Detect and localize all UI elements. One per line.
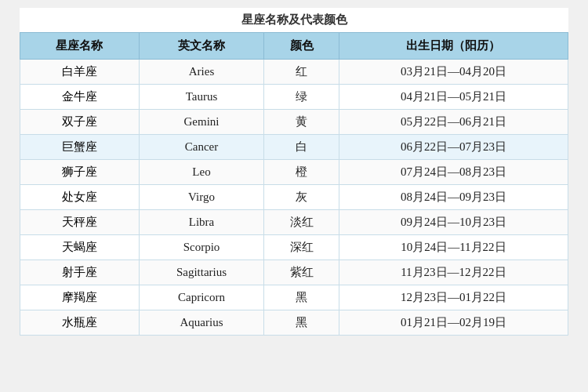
cell-8-1: Sagittarius [139, 260, 264, 285]
table-row: 金牛座Taurus绿04月21日—05月21日 [20, 85, 568, 110]
cell-6-2: 淡红 [264, 210, 339, 235]
cell-10-0: 水瓶座 [20, 310, 140, 336]
cell-2-0: 双子座 [20, 110, 140, 135]
cell-8-0: 射手座 [20, 260, 140, 285]
cell-4-1: Leo [139, 160, 264, 185]
table-row: 狮子座Leo橙07月24日—08月23日 [20, 160, 568, 185]
cell-5-1: Virgo [139, 185, 264, 210]
cell-5-3: 08月24日—09月23日 [339, 185, 568, 210]
cell-1-3: 04月21日—05月21日 [339, 85, 568, 110]
zodiac-table: 星座名称 英文名称 颜色 出生日期（阳历） 白羊座Aries红03月21日—04… [20, 32, 568, 336]
header-color: 颜色 [264, 33, 339, 60]
cell-9-1: Capricorn [139, 285, 264, 310]
cell-5-0: 处女座 [20, 185, 140, 210]
table-row: 巨蟹座Cancer白06月22日—07月23日 [20, 135, 568, 160]
cell-6-1: Libra [139, 210, 264, 235]
table-row: 水瓶座Aquarius黑01月21日—02月19日 [20, 310, 568, 336]
cell-2-2: 黄 [264, 110, 339, 135]
table-header-row: 星座名称 英文名称 颜色 出生日期（阳历） [20, 33, 568, 60]
cell-7-0: 天蝎座 [20, 235, 140, 260]
table-row: 天蝎座Scorpio深红10月24日—11月22日 [20, 235, 568, 260]
cell-8-3: 11月23日—12月22日 [339, 260, 568, 285]
cell-10-1: Aquarius [139, 310, 264, 336]
cell-3-2: 白 [264, 135, 339, 160]
cell-0-3: 03月21日—04月20日 [339, 60, 568, 85]
table-row: 白羊座Aries红03月21日—04月20日 [20, 60, 568, 85]
table-row: 天秤座Libra淡红09月24日—10月23日 [20, 210, 568, 235]
cell-1-2: 绿 [264, 85, 339, 110]
cell-4-3: 07月24日—08月23日 [339, 160, 568, 185]
cell-7-1: Scorpio [139, 235, 264, 260]
cell-6-3: 09月24日—10月23日 [339, 210, 568, 235]
table-row: 处女座Virgo灰08月24日—09月23日 [20, 185, 568, 210]
cell-0-1: Aries [139, 60, 264, 85]
cell-10-3: 01月21日—02月19日 [339, 310, 568, 336]
cell-4-2: 橙 [264, 160, 339, 185]
cell-9-3: 12月23日—01月22日 [339, 285, 568, 310]
cell-2-1: Gemini [139, 110, 264, 135]
cell-7-2: 深红 [264, 235, 339, 260]
cell-10-2: 黑 [264, 310, 339, 336]
header-date: 出生日期（阳历） [339, 33, 568, 60]
cell-6-0: 天秤座 [20, 210, 140, 235]
cell-3-3: 06月22日—07月23日 [339, 135, 568, 160]
table-row: 射手座Sagittarius紫红11月23日—12月22日 [20, 260, 568, 285]
cell-9-0: 摩羯座 [20, 285, 140, 310]
cell-3-0: 巨蟹座 [20, 135, 140, 160]
cell-8-2: 紫红 [264, 260, 339, 285]
cell-9-2: 黑 [264, 285, 339, 310]
table-row: 摩羯座Capricorn黑12月23日—01月22日 [20, 285, 568, 310]
cell-7-3: 10月24日—11月22日 [339, 235, 568, 260]
header-en: 英文名称 [139, 33, 264, 60]
cell-4-0: 狮子座 [20, 160, 140, 185]
page-title: 星座名称及代表颜色 [20, 8, 568, 32]
cell-0-0: 白羊座 [20, 60, 140, 85]
cell-5-2: 灰 [264, 185, 339, 210]
cell-1-0: 金牛座 [20, 85, 140, 110]
main-container: 星座名称及代表颜色 星座名称 英文名称 颜色 出生日期（阳历） 白羊座Aries… [20, 8, 568, 336]
table-row: 双子座Gemini黄05月22日—06月21日 [20, 110, 568, 135]
cell-0-2: 红 [264, 60, 339, 85]
cell-3-1: Cancer [139, 135, 264, 160]
cell-1-1: Taurus [139, 85, 264, 110]
cell-2-3: 05月22日—06月21日 [339, 110, 568, 135]
header-zh: 星座名称 [20, 33, 140, 60]
